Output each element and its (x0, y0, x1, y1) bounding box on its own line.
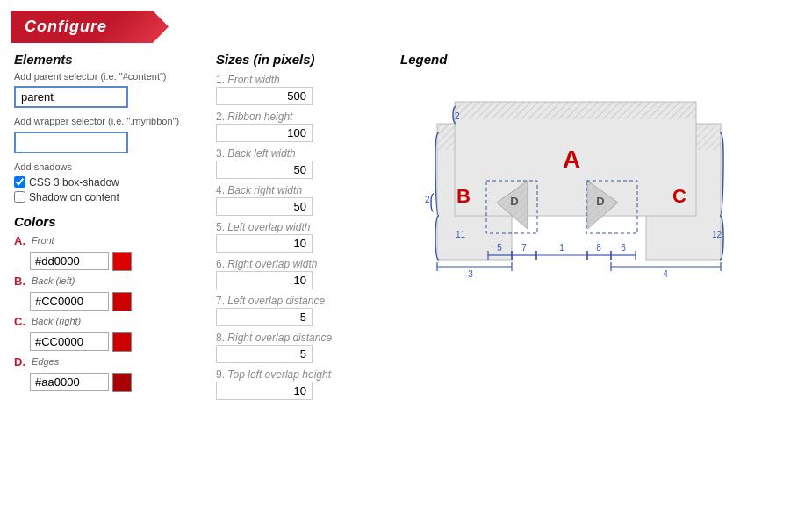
color-input-row-d (30, 373, 198, 392)
size-item-4: 4. Back right width (216, 184, 374, 216)
colors-title: Colors (14, 214, 198, 229)
svg-text:1: 1 (559, 243, 564, 253)
size-label-4: 4. Back right width (216, 184, 374, 196)
color-name-a: Front (32, 235, 54, 246)
color-input-row-c (30, 332, 198, 352)
wrapper-input[interactable] (14, 132, 128, 153)
color-input-row-b (30, 292, 198, 311)
wrapper-hint: Add wrapper selector (i.e. ".myribbon") (14, 115, 198, 127)
size-label-6: 6. Right overlap width (216, 258, 374, 270)
color-letter-a: A. (14, 234, 26, 247)
svg-rect-7 (455, 102, 696, 119)
size-item-7: 7. Left overlap distance (216, 295, 374, 326)
color-row-a: A. Front (14, 234, 198, 247)
svg-text:6: 6 (621, 243, 626, 253)
size-input-1[interactable] (216, 87, 313, 105)
svg-text:12: 12 (712, 230, 722, 239)
svg-text:2: 2 (455, 111, 460, 121)
size-label-9: 9. Top left overlap height (216, 368, 374, 381)
size-input-2[interactable] (216, 124, 313, 142)
sizes-title: Sizes (in pixels) (216, 52, 374, 67)
color-input-b[interactable] (30, 292, 109, 311)
parent-hint: Add parent selector (i.e. "#content") (14, 70, 198, 82)
size-input-3[interactable] (216, 161, 313, 179)
size-label-1: 1. Front width (216, 74, 374, 86)
svg-text:C: C (672, 185, 686, 207)
color-swatch-a[interactable] (112, 252, 132, 271)
legend-title: Legend (400, 52, 798, 67)
svg-text:4: 4 (663, 269, 668, 279)
color-row-b: B. Back (left) (14, 275, 198, 288)
size-label-5: 5. Left overlap width (216, 221, 374, 233)
shadows-label: Add shadows (14, 161, 198, 173)
svg-text:11: 11 (456, 230, 466, 239)
elements-title: Elements (14, 52, 198, 67)
svg-text:8: 8 (596, 243, 601, 253)
svg-text:B: B (456, 185, 471, 207)
size-label-3: 3. Back left width (216, 147, 374, 160)
size-input-8[interactable] (216, 345, 313, 363)
color-name-b: Back (left) (32, 275, 75, 286)
color-row-c: C. Back (right) (14, 315, 198, 328)
color-input-row-a (30, 252, 198, 271)
svg-text:D: D (510, 195, 518, 208)
css-shadow-checkbox[interactable] (14, 176, 25, 188)
size-label-8: 8. Right overlap distance (216, 332, 374, 344)
size-label-7: 7. Left overlap distance (216, 295, 374, 307)
color-letter-b: B. (14, 275, 26, 288)
shadow-content-label: Shadow on content (29, 191, 119, 203)
size-item-8: 8. Right overlap distance (216, 332, 374, 363)
color-input-d[interactable] (30, 373, 109, 391)
size-label-2: 2. Ribbon height (216, 111, 374, 123)
color-swatch-c[interactable] (112, 332, 132, 352)
color-letter-c: C. (14, 315, 26, 328)
color-row-d: D. Edges (14, 355, 198, 368)
left-column: Elements Add parent selector (i.e. "#con… (14, 52, 198, 405)
shadow-content-row: Shadow on content (14, 191, 198, 203)
legend-diagram: A B C D D 2 2 11 (400, 75, 734, 330)
size-input-5[interactable] (216, 234, 313, 253)
size-item-9: 9. Top left overlap height (216, 368, 374, 400)
size-input-9[interactable] (216, 382, 313, 400)
size-item-3: 3. Back left width (216, 147, 374, 179)
size-item-1: 1. Front width (216, 74, 374, 105)
css-shadow-label: CSS 3 box-shadow (29, 176, 119, 189)
color-input-c[interactable] (30, 332, 109, 351)
color-input-a[interactable] (30, 252, 109, 270)
size-input-6[interactable] (216, 271, 313, 289)
color-swatch-d[interactable] (112, 373, 132, 392)
legend-svg: A B C D D 2 2 11 (400, 75, 743, 325)
size-item-2: 2. Ribbon height (216, 111, 374, 142)
svg-text:7: 7 (521, 243, 527, 253)
svg-text:2: 2 (425, 195, 430, 204)
middle-column: Sizes (in pixels) 1. Front width 2. Ribb… (198, 52, 374, 405)
svg-text:A: A (563, 146, 580, 173)
css-shadow-row: CSS 3 box-shadow (14, 176, 198, 189)
header-title: Configure (25, 18, 107, 35)
parent-input[interactable] (14, 86, 128, 108)
main-content: Elements Add parent selector (i.e. "#con… (0, 43, 812, 414)
shadow-content-checkbox[interactable] (14, 191, 25, 203)
color-name-d: Edges (32, 356, 59, 367)
color-swatch-b[interactable] (112, 292, 132, 311)
svg-text:D: D (596, 195, 604, 208)
size-input-4[interactable] (216, 197, 313, 216)
size-item-6: 6. Right overlap width (216, 258, 374, 289)
size-item-5: 5. Left overlap width (216, 221, 374, 253)
page-wrapper: Configure Elements Add parent selector (… (0, 0, 812, 514)
color-letter-d: D. (14, 355, 26, 368)
size-input-7[interactable] (216, 308, 313, 326)
svg-text:3: 3 (468, 269, 473, 279)
color-name-c: Back (right) (32, 316, 81, 326)
right-column: Legend (374, 52, 798, 405)
header-banner: Configure (11, 11, 169, 43)
svg-text:5: 5 (497, 243, 502, 253)
